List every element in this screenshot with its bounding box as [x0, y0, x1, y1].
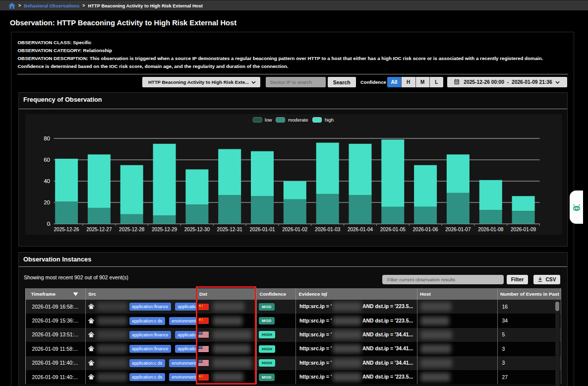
svg-text:low: low [265, 117, 272, 123]
svg-text:2026-01-03: 2026-01-03 [315, 227, 341, 232]
svg-text:2026-01-07: 2026-01-07 [445, 227, 471, 232]
svg-text:2025-12-29: 2025-12-29 [152, 227, 177, 232]
svg-text:2026-01-05: 2026-01-05 [380, 227, 406, 232]
svg-text:2025-12-27: 2025-12-27 [86, 227, 112, 232]
svg-text:40: 40 [44, 178, 50, 184]
svg-text:2026-01-02: 2026-01-02 [282, 227, 308, 232]
svg-text:2025-12-28: 2025-12-28 [119, 227, 145, 232]
svg-text:2025-12-30: 2025-12-30 [184, 227, 210, 232]
svg-text:2026-01-06: 2026-01-06 [413, 227, 439, 232]
svg-text:2026-01-04: 2026-01-04 [348, 227, 373, 232]
svg-text:0: 0 [47, 221, 50, 227]
svg-text:2026-01-08: 2026-01-08 [478, 227, 504, 232]
svg-text:2026-01-01: 2026-01-01 [249, 227, 275, 232]
svg-text:80: 80 [44, 135, 50, 141]
svg-text:60: 60 [44, 157, 50, 163]
svg-text:2025-12-26: 2025-12-26 [54, 227, 80, 232]
svg-text:2025-12-31: 2025-12-31 [217, 227, 243, 232]
svg-text:20: 20 [44, 199, 50, 205]
svg-text:high: high [325, 117, 334, 123]
svg-text:moderate: moderate [288, 117, 308, 123]
svg-text:2026-01-09: 2026-01-09 [511, 227, 536, 232]
